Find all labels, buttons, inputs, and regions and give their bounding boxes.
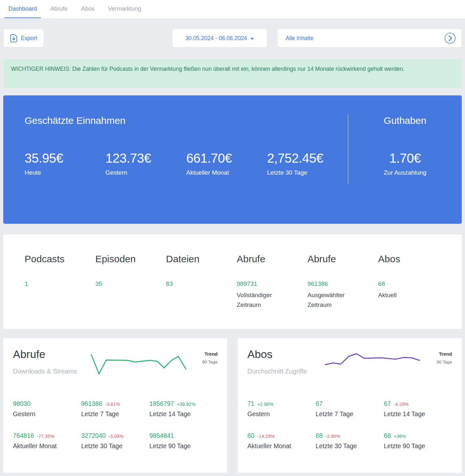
stat-delta: +36% — [394, 434, 406, 439]
abos-card-header: Abos Durchschnitt Zugriffe Trend 90 Tage — [247, 348, 452, 377]
abos-card-titles: Abos Durchschnitt Zugriffe — [247, 348, 318, 377]
export-button-label: Export — [21, 35, 37, 42]
abos-card: Abos Durchschnitt Zugriffe Trend 90 Tage… — [238, 338, 462, 473]
earnings-label: Gestern — [105, 169, 186, 176]
stat-value: 98030 — [13, 400, 30, 407]
caret-down-icon — [251, 38, 254, 40]
overview-value: 989731 — [237, 280, 308, 287]
earnings-label: Aktueller Monat — [186, 169, 267, 176]
earnings-section: Geschätzte Einnahmen 35.95€ Heute 123.73… — [3, 95, 348, 224]
overview-title: Dateien — [166, 253, 237, 265]
stat-delta: -77.35% — [37, 434, 54, 439]
card-subtitle: Durchschnitt Zugriffe — [247, 368, 318, 375]
abrufe-card-stats: 98030 Gestern 961386-3.61% Letzte 7 Tage… — [13, 400, 218, 450]
tab-abos[interactable]: Abos — [77, 0, 98, 18]
date-range-label: 30.05.2024 - 06.06.2024 — [185, 35, 247, 42]
overview-column-dateien: Dateien 83 — [166, 253, 237, 329]
stat-gestern: 98030 Gestern — [13, 400, 81, 418]
card-title: Abrufe — [13, 348, 83, 361]
content-filter-button[interactable]: Alle Inhalte — [277, 29, 462, 48]
stat-value: 71 — [247, 400, 254, 407]
stat-delta: +39.92% — [177, 402, 196, 407]
toolbar: Export 30.05.2024 - 06.06.2024 Alle Inha… — [3, 29, 462, 48]
tab-vermarktung[interactable]: Vermarktung — [104, 0, 145, 18]
abos-card-stats: 71+2.90% Gestern 67 Letzte 7 Tage 67-4.2… — [247, 400, 452, 450]
stat-label: Aktueller Monat — [247, 442, 316, 450]
earnings-stat-aktueller-monat: 661.70€ Aktueller Monat — [186, 150, 267, 176]
stat-aktueller-monat: 764816-77.35% Aktueller Monat — [13, 432, 81, 450]
overview-value: 83 — [166, 280, 237, 287]
stat-value: 67 — [384, 400, 391, 407]
earnings-label: Heute — [25, 169, 105, 176]
trend-period: 90 Tage — [429, 360, 452, 364]
earnings-title: Geschätzte Einnahmen — [25, 114, 348, 127]
overview-column-podcasts: Podcasts 1 — [25, 253, 95, 329]
earnings-stats: 35.95€ Heute 123.73€ Gestern 661.70€ Akt… — [25, 150, 348, 176]
overview-column-episoden: Episoden 35 — [95, 253, 166, 329]
tab-dashboard[interactable]: Dashboard — [5, 0, 41, 18]
export-button[interactable]: Export — [3, 29, 44, 48]
earnings-stat-gestern: 123.73€ Gestern — [105, 150, 186, 176]
stat-label: Letzte 7 Tage — [316, 410, 384, 418]
tab-abrufe[interactable]: Abrufe — [47, 0, 71, 18]
cards-row: Abrufe Downloads & Streams Trend 90 Tage… — [3, 338, 462, 473]
abrufe-sparkline — [89, 351, 189, 377]
stat-aktueller-monat: 60-14.29% Aktueller Monat — [247, 432, 316, 450]
stat-delta: -2.86% — [326, 434, 341, 439]
chevron-right-circle-icon[interactable] — [443, 31, 457, 45]
abrufe-card-titles: Abrufe Downloads & Streams — [13, 348, 83, 377]
stat-value: 68 — [384, 432, 391, 439]
stat-label: Letzte 30 Tage — [316, 442, 384, 450]
overview-label: Vollständiger Zeitraum — [237, 290, 282, 310]
notice-text: WICHTIGER HINWEIS: Die Zahlen für Podcas… — [11, 66, 405, 72]
stat-label: Letzte 7 Tage — [81, 410, 149, 418]
earnings-value: 35.95€ — [25, 150, 105, 166]
stat-delta: -3.61% — [105, 402, 120, 407]
overview-value: 68 — [378, 280, 449, 287]
trend-period: 90 Tage — [194, 360, 218, 364]
abos-sparkline — [323, 351, 424, 377]
overview-title: Abos — [378, 253, 449, 265]
trend-label: Trend — [429, 351, 452, 357]
abos-trend-line — [325, 354, 420, 365]
guthaben-label: Zur Auszahlung — [348, 169, 462, 176]
earnings-value: 2,752.45€ — [267, 150, 348, 166]
stat-delta: -3.08% — [109, 434, 124, 439]
stat-value: 961386 — [81, 400, 102, 407]
stat-label: Gestern — [13, 410, 81, 418]
stat-label: Letzte 14 Tage — [384, 410, 452, 418]
stat-letzte-7-tage: 961386-3.61% Letzte 7 Tage — [81, 400, 149, 418]
overview-panel: Podcasts 1 Episoden 35 Dateien 83 Abrufe… — [3, 234, 462, 329]
stat-letzte-7-tage: 67 Letzte 7 Tage — [316, 400, 384, 418]
overview-value: 961386 — [308, 280, 378, 287]
overview-label: Ausgewählter Zeitraum — [308, 290, 353, 310]
notice-banner: WICHTIGER HINWEIS: Die Zahlen für Podcas… — [3, 59, 462, 88]
trend-label: Trend — [194, 351, 218, 357]
overview-title: Episoden — [95, 253, 166, 265]
earnings-stat-letzte-30-tage: 2,752.45€ Letzte 30 Tage — [267, 150, 348, 176]
stat-letzte-90-tage: 9854841 Letzte 90 Tage — [149, 432, 218, 450]
stat-value: 68 — [316, 432, 323, 439]
overview-title: Abrufe — [308, 253, 378, 265]
overview-title: Podcasts — [25, 253, 95, 265]
top-nav: Dashboard Abrufe Abos Vermarktung — [0, 0, 465, 18]
stat-label: Gestern — [247, 410, 316, 418]
guthaben-section: Guthaben 1.70€ Zur Auszahlung — [348, 95, 462, 224]
stat-gestern: 71+2.90% Gestern — [247, 400, 316, 418]
stat-value: 764816 — [13, 432, 34, 439]
stat-value: 67 — [316, 400, 323, 407]
earnings-value: 661.70€ — [186, 150, 267, 166]
card-title: Abos — [247, 348, 318, 361]
earnings-label: Letzte 30 Tage — [267, 169, 348, 176]
stat-label: Letzte 90 Tage — [384, 442, 452, 450]
date-range-button[interactable]: 30.05.2024 - 06.06.2024 — [172, 29, 267, 48]
stat-letzte-14-tage: 1856797+39.92% Letzte 14 Tage — [149, 400, 218, 418]
stat-value: 9854841 — [149, 432, 174, 439]
stat-value: 60 — [247, 432, 254, 439]
download-document-icon — [10, 34, 17, 43]
guthaben-title: Guthaben — [348, 114, 462, 127]
stat-letzte-30-tage: 3272040-3.08% Letzte 30 Tage — [81, 432, 149, 450]
guthaben-value: 1.70€ — [348, 150, 462, 166]
stat-delta: +2.90% — [257, 402, 274, 407]
card-subtitle: Downloads & Streams — [13, 368, 83, 375]
